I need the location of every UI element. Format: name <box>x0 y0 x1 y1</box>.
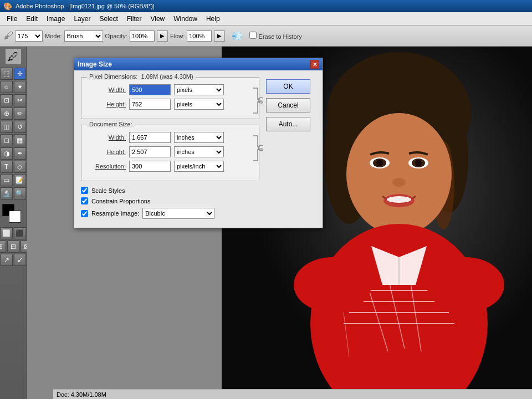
history-brush-tool[interactable]: ↺ <box>14 121 26 133</box>
gradient-tool[interactable]: ▦ <box>14 134 26 146</box>
screen-mode-1[interactable]: ⊞ <box>0 241 6 253</box>
path-select-tool[interactable]: ◇ <box>14 161 26 173</box>
constrain-proportions-label: Constrain Proportions <box>91 198 150 204</box>
quick-mask-mode[interactable]: ⬛ <box>14 227 26 239</box>
resample-label: Resample Image: <box>91 210 139 217</box>
menu-window[interactable]: Window <box>169 14 202 24</box>
app-icon: 🎨 <box>3 2 12 11</box>
rectangle-tool[interactable]: ▭ <box>1 174 13 186</box>
zoom-tool[interactable]: 🔍 <box>14 187 26 200</box>
flow-input[interactable] <box>187 30 212 42</box>
scale-styles-label: Scale Styles <box>91 187 125 194</box>
doc-height-unit-select[interactable]: inches cm mm points picas <box>174 146 224 157</box>
doc-width-unit-select[interactable]: inches cm mm points picas columns <box>174 132 224 143</box>
resolution-input[interactable] <box>129 161 171 172</box>
eraser-tool[interactable]: ◻ <box>1 134 13 146</box>
constrain-proportions-row: Constrain Proportions <box>81 197 259 204</box>
doc-height-label: Height: <box>87 149 126 155</box>
opacity-label: Opacity: <box>105 33 127 39</box>
opacity-input[interactable] <box>130 30 155 42</box>
eyedropper-tools: 🔬 🔍 <box>1 187 26 200</box>
pixel-width-label: Width: <box>87 86 126 93</box>
background-color[interactable] <box>9 211 21 223</box>
dialog-overlay: Image Size ✕ Pixel Dimensions: 1.08M (wa… <box>27 47 532 399</box>
jump-to-imageready[interactable]: ↗ <box>1 254 13 266</box>
stamp-tool[interactable]: ◫ <box>1 121 13 133</box>
standard-mode[interactable]: ⬜ <box>1 227 13 239</box>
menu-view[interactable]: View <box>146 14 169 24</box>
canvas-area: Image Size ✕ Pixel Dimensions: 1.08M (wa… <box>27 47 532 399</box>
extra-tools: ↗ ↙ <box>1 254 26 266</box>
title-bar: 🎨 Adobe Photoshop - [Img0121.jpg @ 50% (… <box>0 0 532 12</box>
menu-bar: File Edit Image Layer Select Filter View… <box>0 12 532 25</box>
erase-to-history-checkbox[interactable] <box>249 32 257 39</box>
resample-row: Resample Image: Bicubic Nearest Neighbor… <box>81 208 259 219</box>
menu-image[interactable]: Image <box>42 14 69 24</box>
color-picker[interactable] <box>1 204 25 224</box>
brush-preset-dropdown[interactable]: 175 <box>15 30 43 42</box>
erase-label: Erase to History <box>259 33 302 40</box>
magic-wand-tool[interactable]: ✦ <box>14 81 26 93</box>
pixel-width-input[interactable] <box>129 84 171 95</box>
crop-tool[interactable]: ⊡ <box>1 94 13 106</box>
menu-layer[interactable]: Layer <box>69 14 95 24</box>
dialog-titlebar: Image Size ✕ <box>74 58 323 70</box>
auto-button[interactable]: Auto... <box>266 117 310 131</box>
toolbar: 🖌 175 Mode: Brush Opacity: ▶ Flow: ▶ 💨 E… <box>0 25 532 47</box>
dialog-left-panel: Pixel Dimensions: 1.08M (was 4.30M) Widt… <box>81 77 259 221</box>
doc-chain-bracket: ∞ <box>252 133 263 163</box>
document-size-section: Document Size: Width: inches cm mm <box>81 125 259 181</box>
move-tool[interactable]: ✛ <box>14 68 26 80</box>
resolution-unit-select[interactable]: pixels/inch pixels/cm <box>174 161 224 172</box>
airbrush-icon: 💨 <box>232 30 243 41</box>
doc-section-label: Document Size: <box>87 121 135 127</box>
scale-styles-checkbox[interactable] <box>81 187 88 194</box>
status-text: Doc: 4.30M/1.08M <box>57 391 106 398</box>
shape-tools: ▭ 📝 <box>1 174 26 186</box>
resample-image-checkbox[interactable] <box>81 210 88 217</box>
text-tool[interactable]: T <box>1 161 13 173</box>
menu-edit[interactable]: Edit <box>22 14 42 24</box>
crop-tools: ⊡ ✂ <box>1 94 26 106</box>
mode-label: Mode: <box>45 33 62 39</box>
heal-tools: ⊕ ✏ <box>1 108 26 120</box>
opacity-arrow-btn[interactable]: ▶ <box>157 30 168 42</box>
svg-text:∞: ∞ <box>259 146 263 151</box>
brush-tool[interactable]: ✏ <box>14 108 26 120</box>
menu-filter[interactable]: Filter <box>122 14 146 24</box>
doc-height-input[interactable] <box>129 146 171 157</box>
extra-tool-2[interactable]: ↙ <box>14 254 26 266</box>
cancel-button[interactable]: Cancel <box>266 98 310 112</box>
pixel-height-input[interactable] <box>129 99 171 110</box>
mode-dropdown[interactable]: Brush <box>64 30 103 42</box>
pixel-height-unit-select[interactable]: pixels percent <box>174 99 224 110</box>
menu-file[interactable]: File <box>2 14 22 24</box>
lasso-tool[interactable]: ⌾ <box>1 81 13 93</box>
marquee-tool[interactable]: ⬚ <box>1 68 13 80</box>
dodge-tools: ◑ ✒ <box>1 147 26 160</box>
eyedropper-tool[interactable]: 🔬 <box>1 187 13 200</box>
menu-select[interactable]: Select <box>95 14 122 24</box>
doc-width-input[interactable] <box>129 132 171 143</box>
notes-tool[interactable]: 📝 <box>14 174 26 186</box>
pixel-width-unit-select[interactable]: pixels percent <box>174 84 224 95</box>
constrain-proportions-checkbox[interactable] <box>81 197 88 204</box>
status-bar: Doc: 4.30M/1.08M <box>53 389 532 399</box>
flow-arrow-btn[interactable]: ▶ <box>214 30 225 42</box>
slice-tool[interactable]: ✂ <box>14 94 26 106</box>
menu-help[interactable]: Help <box>202 14 224 24</box>
heal-tool[interactable]: ⊕ <box>1 108 13 120</box>
resample-method-select[interactable]: Bicubic Nearest Neighbor Bilinear Bicubi… <box>142 208 214 219</box>
screen-mode-2[interactable]: ⊟ <box>7 241 19 253</box>
ok-button[interactable]: OK <box>266 79 310 94</box>
dialog-close-button[interactable]: ✕ <box>310 60 319 69</box>
text-tools: T ◇ <box>1 161 26 173</box>
title-text: Adobe Photoshop - [Img0121.jpg @ 50% (RG… <box>16 3 155 9</box>
pen-tool[interactable]: ✒ <box>14 147 26 160</box>
dialog-title: Image Size <box>78 60 112 68</box>
stamp-tools: ◫ ↺ <box>1 121 26 133</box>
dodge-tool[interactable]: ◑ <box>1 147 13 160</box>
eraser-tools: ◻ ▦ <box>1 134 26 146</box>
toolbox: 🖊 ⬚ ✛ ⌾ ✦ ⊡ ✂ ⊕ ✏ ◫ ↺ ◻ ▦ ◑ ✒ <box>0 47 27 399</box>
svg-text:∞: ∞ <box>259 99 263 104</box>
